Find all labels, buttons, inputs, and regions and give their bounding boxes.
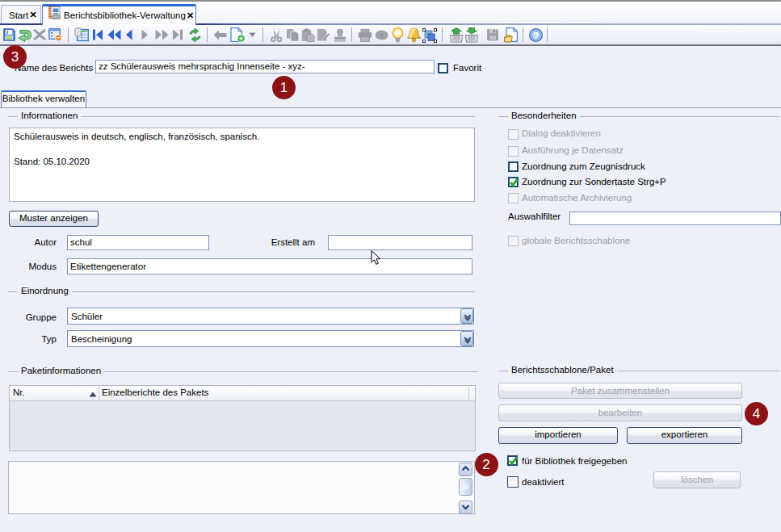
- svg-text:?: ?: [533, 31, 539, 40]
